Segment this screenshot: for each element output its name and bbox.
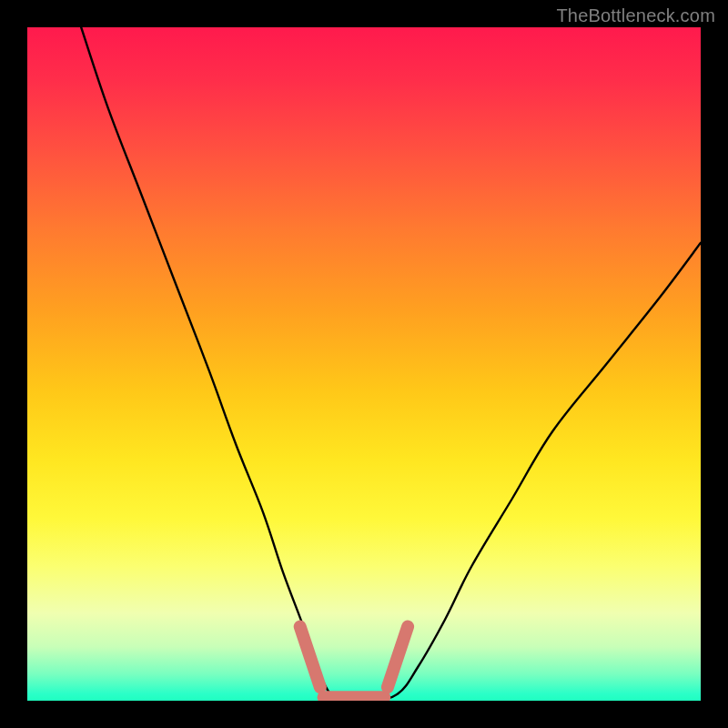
bottleneck-curve — [81, 27, 701, 701]
chart-frame: TheBottleneck.com — [0, 0, 728, 728]
chart-svg — [27, 27, 701, 701]
marker-segment — [388, 627, 408, 688]
watermark-text: TheBottleneck.com — [556, 5, 715, 26]
marker-segment — [300, 627, 320, 688]
highlighted-minimum — [300, 627, 408, 698]
plot-area — [27, 27, 701, 701]
